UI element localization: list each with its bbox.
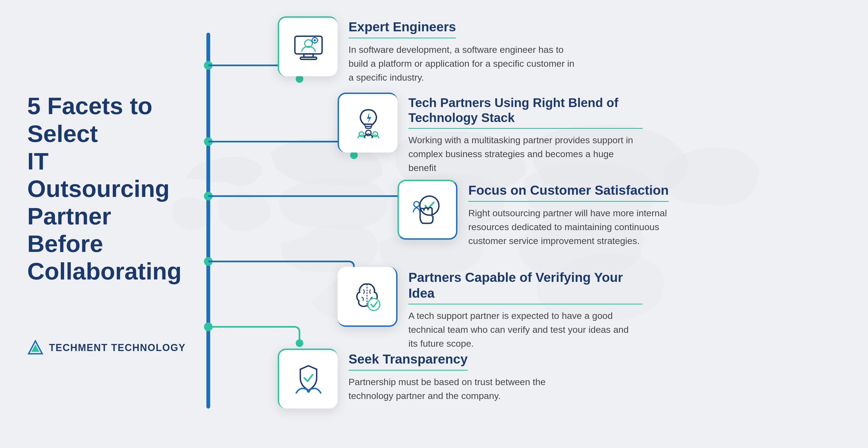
svg-point-30 (368, 298, 380, 310)
facet-1-desc: In software development, a software engi… (348, 43, 577, 84)
facet-4-icon-box (338, 267, 398, 327)
facet-3: Focus on Customer Satisfaction Right out… (398, 180, 697, 248)
facet-2-icon-box (338, 93, 398, 152)
page-title: 5 Facets to Select IT Outsourcing Partne… (27, 92, 191, 285)
facet-5-title: Seek Transparency (348, 351, 468, 371)
svg-point-31 (307, 389, 310, 393)
facet-5-desc: Partnership must be based on trust betwe… (348, 375, 577, 403)
facet-2: Tech Partners Using Right Blend of Techn… (338, 93, 643, 175)
facet-3-desc: Right outsourcing partner will have more… (468, 206, 697, 248)
facet-4: Partners Capable of Verifying Your Idea … (338, 267, 643, 351)
facet-4-desc: A tech support partner is expected to ha… (408, 309, 637, 351)
svg-rect-13 (295, 36, 322, 54)
engineer-icon (291, 29, 326, 65)
svg-point-28 (420, 196, 439, 215)
svg-point-29 (414, 202, 419, 207)
facet-2-desc: Working with a multitasking partner prov… (408, 133, 637, 175)
tech-partners-icon (351, 106, 386, 141)
facet-4-title: Partners Capable of Verifying Your Idea (408, 270, 643, 304)
facet-2-title: Tech Partners Using Right Blend of Techn… (408, 95, 643, 129)
facet-4-text: Partners Capable of Verifying Your Idea … (398, 267, 643, 351)
facet-1-icon-box (278, 16, 338, 76)
facet-5-text: Seek Transparency Partnership must be ba… (338, 349, 577, 403)
facet-3-title: Focus on Customer Satisfaction (468, 182, 669, 202)
facet-5: Seek Transparency Partnership must be ba… (278, 349, 577, 409)
svg-rect-15 (300, 57, 317, 59)
logo-icon (27, 339, 43, 356)
facet-3-text: Focus on Customer Satisfaction Right out… (457, 180, 697, 248)
content-section: Expert Engineers In software development… (207, 0, 868, 448)
verify-icon (349, 278, 385, 314)
facet-3-icon-box (398, 180, 457, 240)
left-section: 5 Facets to Select IT Outsourcing Partne… (0, 70, 207, 378)
logo-text: TECHMENT TECHNOLOGY (49, 342, 186, 354)
transparency-icon (291, 362, 326, 397)
facet-1-title: Expert Engineers (348, 19, 456, 38)
facet-1: Expert Engineers In software development… (278, 16, 577, 84)
facet-5-icon-box (278, 349, 338, 409)
svg-point-18 (314, 39, 316, 41)
svg-rect-24 (366, 126, 371, 128)
facet-2-text: Tech Partners Using Right Blend of Techn… (398, 93, 643, 175)
customer-icon (410, 192, 445, 228)
logo-area: TECHMENT TECHNOLOGY (27, 339, 191, 356)
main-container: 5 Facets to Select IT Outsourcing Partne… (0, 0, 868, 448)
facet-1-text: Expert Engineers In software development… (338, 16, 577, 84)
